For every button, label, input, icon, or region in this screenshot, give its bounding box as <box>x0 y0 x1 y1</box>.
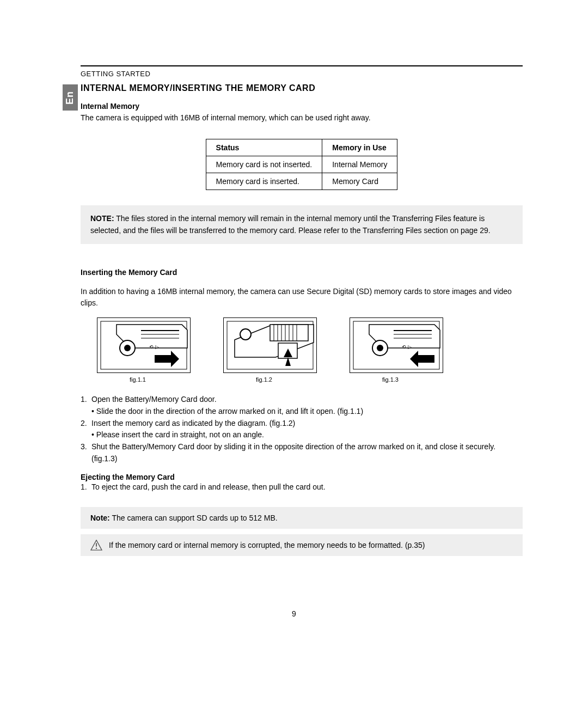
svg-point-9 <box>240 329 251 340</box>
step-text: Shut the Battery/Memory Card door by sli… <box>91 441 523 465</box>
step-text: To eject the card, push the card in and … <box>91 481 326 493</box>
note-label: Note: <box>90 514 110 522</box>
table-row: Memory card is not inserted. Internal Me… <box>206 156 397 173</box>
content-area: INTERNAL MEMORY/INSERTING THE MEMORY CAR… <box>81 83 523 556</box>
ejecting-title: Ejecting the Memory Card <box>81 473 523 481</box>
camera-insert-card-icon <box>223 317 317 373</box>
eject-steps: 1.To eject the card, push the card in an… <box>81 481 523 493</box>
figure-1-2: fig.1.2 <box>223 317 317 383</box>
internal-memory-title: Internal Memory <box>81 102 523 111</box>
step-text: Insert the memory card as indicated by t… <box>91 418 295 430</box>
language-tab-label: En <box>64 90 76 104</box>
table-cell-status: Memory card is not inserted. <box>206 156 322 173</box>
step-bullet: • Slide the door in the direction of the… <box>91 406 523 418</box>
language-tab: En <box>63 84 78 111</box>
table-header-row: Status Memory in Use <box>206 139 397 156</box>
inserting-desc: In addition to having a 16MB internal me… <box>81 286 523 309</box>
svg-point-2 <box>124 345 131 351</box>
section-header: GETTING STARTED <box>81 70 523 78</box>
step-text: Open the Battery/Memory Card door. <box>91 394 217 406</box>
table-row: Memory card is inserted. Memory Card <box>206 173 397 190</box>
svg-point-31 <box>96 548 97 549</box>
table-cell-memory: Memory Card <box>322 173 397 190</box>
svg-text:⟲ ▷: ⟲ ▷ <box>149 344 159 350</box>
note-label: NOTE: <box>90 214 114 223</box>
warning-text: If the memory card or internal memory is… <box>109 541 425 549</box>
memory-status-table: Status Memory in Use Memory card is not … <box>206 139 398 190</box>
figure-caption: fig.1.3 <box>382 376 399 383</box>
figure-1-3: ⟲ ▷ fig.1.3 <box>350 317 443 383</box>
svg-marker-7 <box>155 351 179 367</box>
table-header-status: Status <box>206 139 322 156</box>
svg-text:⟲ ▷: ⟲ ▷ <box>402 344 412 350</box>
manual-page: GETTING STARTED En INTERNAL MEMORY/INSER… <box>0 0 588 727</box>
note-text: The files stored in the internal memory … <box>90 214 491 235</box>
header-rule <box>81 65 523 66</box>
camera-close-door-icon: ⟲ ▷ <box>350 317 443 373</box>
table-cell-memory: Internal Memory <box>322 156 397 173</box>
warning-box: If the memory card or internal memory is… <box>81 534 523 556</box>
insert-steps: 1.Open the Battery/Memory Card door. • S… <box>81 394 523 465</box>
camera-open-door-icon: ⟲ ▷ <box>97 317 191 373</box>
figure-caption: fig.1.2 <box>256 376 272 383</box>
svg-point-23 <box>377 345 383 351</box>
figure-1-1: ⟲ ▷ fig.1.1 <box>97 317 191 383</box>
figure-caption: fig.1.1 <box>130 376 146 383</box>
note-text: The camera can support SD cards up to 51… <box>110 514 278 522</box>
table-header-memory: Memory in Use <box>322 139 397 156</box>
page-title: INTERNAL MEMORY/INSERTING THE MEMORY CAR… <box>81 83 523 93</box>
inserting-title: Inserting the Memory Card <box>81 268 523 277</box>
page-number: 9 <box>0 609 588 618</box>
warning-triangle-icon <box>90 540 102 551</box>
step-bullet: • Please insert the card in straight, no… <box>91 429 523 441</box>
internal-memory-desc: The camera is equipped with 16MB of inte… <box>81 112 523 124</box>
note-box-sdcap: Note: The camera can support SD cards up… <box>81 507 523 529</box>
table-cell-status: Memory card is inserted. <box>206 173 322 190</box>
svg-marker-28 <box>410 351 434 367</box>
figures-row: ⟲ ▷ fig.1.1 <box>97 317 523 383</box>
note-box-transfer: NOTE: The files stored in the internal m… <box>81 205 523 244</box>
